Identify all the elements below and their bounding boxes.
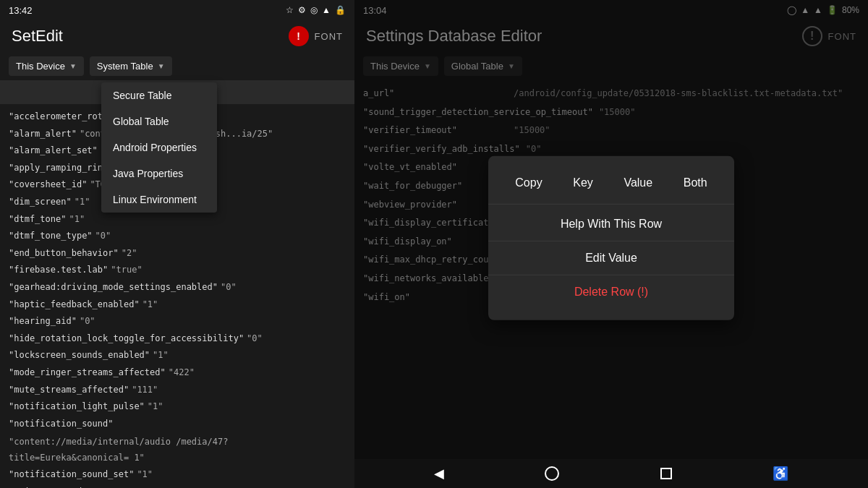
recents-button[interactable] [660, 468, 672, 479]
settings-icon: ⚙ [298, 5, 306, 15]
status-icons-left: ☆ ⚙ ◎ ▲ 🔒 [286, 5, 346, 15]
menu-item-global[interactable]: Global Table [101, 108, 217, 134]
table-row: "gearhead:driving_mode_settings_enabled"… [9, 279, 346, 296]
menu-item-java[interactable]: Java Properties [101, 160, 217, 187]
accessibility-button[interactable]: ♿ [773, 466, 788, 481]
table-row: "hearing_aid" "0" [9, 313, 346, 330]
app-header-left: SetEdit ! FONT [0, 20, 354, 52]
context-menu: Copy Key Value Both Help With This Row E… [488, 155, 734, 320]
context-button-row: Copy Key Value Both [488, 167, 734, 204]
back-button[interactable]: ◀ [434, 466, 444, 481]
menu-item-secure[interactable]: Secure Table [101, 82, 217, 108]
edit-value-item[interactable]: Edit Value [488, 241, 734, 275]
home-button[interactable] [545, 466, 559, 481]
delete-row-item[interactable]: Delete Row (!) [488, 275, 734, 308]
bottom-nav: ◀ ♿ [354, 459, 868, 488]
right-panel: 13:04 ◯ ▲ ▲ 🔋 80% Settings Database Edit… [354, 0, 868, 488]
table-row: "end_button_behavior" "2" [9, 245, 346, 262]
table-row: "notification_light_pulse" "1" [9, 398, 346, 416]
table-row: "notification_sound_set" "1" [9, 466, 346, 484]
menu-item-android[interactable]: Android Properties [101, 134, 217, 160]
value-button[interactable]: Value [618, 173, 658, 192]
lock-icon: 🔒 [335, 5, 346, 15]
table-row: "lockscreen_sounds_enabled" "1" [9, 347, 346, 364]
table-row: "haptic_feedback_enabled" "1" [9, 296, 346, 314]
table-row: "hide_rotation_lock_toggle_for_accessibi… [9, 330, 346, 348]
font-button-left[interactable]: FONT [315, 31, 343, 42]
screen-record-icon: ◎ [310, 5, 318, 15]
context-overlay[interactable]: Copy Key Value Both Help With This Row E… [354, 0, 868, 459]
left-panel: 13:42 ☆ ⚙ ◎ ▲ 🔒 SetEdit ! FONT This Devi… [0, 0, 354, 488]
both-button[interactable]: Both [678, 173, 713, 192]
table-row: "dtmf_tone_type" "0" [9, 228, 346, 245]
alarm-icon: ☆ [286, 5, 294, 15]
copy-button[interactable]: Copy [509, 173, 548, 192]
help-row-item[interactable]: Help With This Row [488, 207, 734, 241]
status-bar-left: 13:42 ☆ ⚙ ◎ ▲ 🔒 [0, 0, 354, 20]
status-time-left: 13:42 [9, 5, 33, 16]
table-row: "mute_streams_affected" "111" [9, 382, 346, 399]
menu-item-linux[interactable]: Linux Environment [101, 187, 217, 213]
table-dropdown-arrow: ▼ [158, 62, 165, 70]
wifi-icon: ▲ [322, 5, 331, 15]
app-title-left: SetEdit [12, 27, 283, 46]
key-button[interactable]: Key [567, 173, 599, 192]
device-dropdown-left[interactable]: This Device ▼ [9, 56, 84, 76]
table-dropdown-left[interactable]: System Table ▼ [90, 56, 172, 76]
device-dropdown-arrow: ▼ [69, 62, 77, 70]
toolbar-row-left: This Device ▼ System Table ▼ Secure Tabl… [0, 52, 354, 80]
table-row: "dtmf_tone" "1" [9, 211, 346, 228]
table-row: "firebase.test.lab" "true" [9, 262, 346, 279]
table-row: "mode_ringer_streams_affected" "422" [9, 364, 346, 382]
table-dropdown-menu: Secure Table Global Table Android Proper… [101, 82, 217, 213]
table-row: "notification_sound" "content://media/in… [9, 416, 346, 467]
app-icon-left: ! [289, 26, 309, 46]
table-row: "pointer_speed" "0" [9, 484, 346, 488]
